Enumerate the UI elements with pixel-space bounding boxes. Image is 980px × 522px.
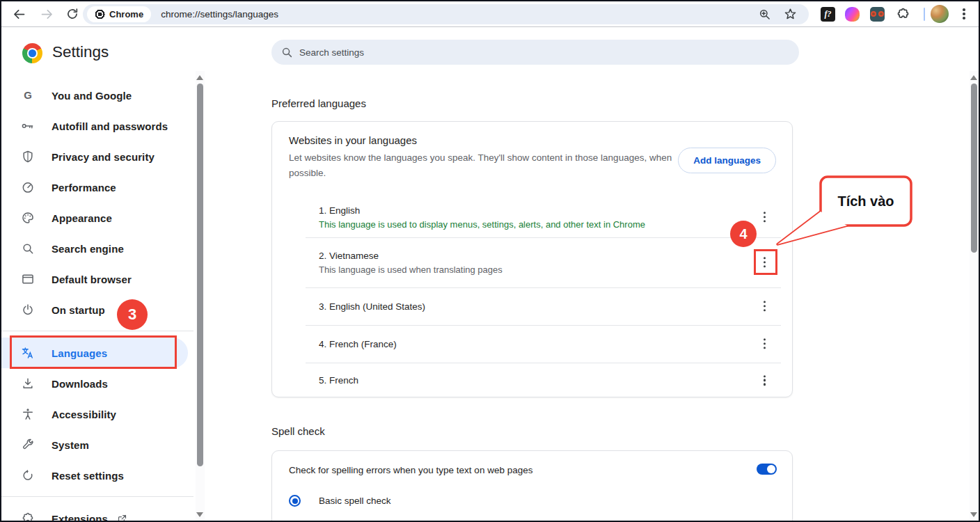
language-menu-button[interactable] — [761, 372, 768, 388]
sidebar-scrollbar-thumb[interactable] — [197, 84, 203, 466]
language-row-french: 5. French — [272, 363, 792, 398]
main-scrollbar-thumb[interactable] — [971, 84, 977, 253]
extension-face-icon[interactable] — [870, 7, 885, 22]
sidebar-item-system[interactable]: System — [1, 429, 195, 460]
settings-search-bar[interactable]: Search settings — [271, 40, 799, 65]
extension-f-icon[interactable]: f? — [821, 7, 835, 22]
sidebar-divider — [1, 331, 193, 331]
sidebar-item-performance[interactable]: Performance — [1, 172, 195, 203]
page-title: Settings — [52, 43, 109, 61]
shield-icon — [21, 150, 35, 164]
profile-avatar[interactable] — [931, 5, 949, 23]
kebab-icon — [963, 8, 965, 19]
radio-label: Basic spell check — [319, 496, 391, 506]
main-scroll-up-arrow[interactable] — [970, 75, 977, 80]
reset-icon — [21, 468, 35, 482]
palette-icon — [21, 211, 35, 225]
radio-selected-icon — [289, 495, 301, 507]
sidebar-item-you-and-google[interactable]: G You and Google — [1, 80, 195, 111]
forward-button[interactable] — [39, 6, 54, 22]
download-icon — [21, 377, 35, 390]
sidebar-scroll-down-arrow[interactable] — [196, 512, 203, 517]
sidebar-item-reset-settings[interactable]: Reset settings — [1, 460, 195, 491]
browser-toolbar: Chrome chrome://settings/languages f? — [1, 1, 979, 27]
sidebar-scroll-up-arrow[interactable] — [196, 75, 203, 80]
omnibox[interactable]: Chrome chrome://settings/languages — [83, 4, 809, 24]
kebab-icon — [764, 301, 766, 311]
puzzle-icon — [896, 7, 910, 22]
language-list: 1. English This language is used to disp… — [272, 197, 792, 398]
extension-brain-icon[interactable] — [845, 7, 860, 22]
browser-window-icon — [21, 272, 35, 286]
external-link-icon — [116, 513, 128, 522]
puzzle-icon — [21, 512, 35, 522]
language-menu-button[interactable] — [761, 335, 768, 351]
spell-check-toggle[interactable] — [757, 464, 777, 475]
language-row-french-france: 4. French (France) — [272, 325, 792, 363]
sidebar-item-search-engine[interactable]: Search engine — [1, 233, 195, 264]
sidebar-item-downloads[interactable]: Downloads — [1, 368, 195, 399]
toolbar-separator — [924, 8, 925, 21]
language-row-english: 1. English This language is used to disp… — [272, 197, 792, 237]
kebab-icon — [764, 212, 766, 222]
kebab-highlight-box — [754, 249, 777, 275]
chrome-site-badge[interactable]: Chrome — [87, 6, 151, 22]
step-3-badge: 3 — [117, 299, 148, 330]
search-placeholder: Search settings — [299, 47, 364, 58]
card-title: Websites in your languages — [289, 134, 417, 146]
search-icon — [21, 242, 35, 255]
card-description: Let websites know the languages you spea… — [289, 150, 675, 181]
browser-menu-button[interactable] — [956, 6, 972, 22]
callout-bubble-text: Tích vào — [821, 177, 911, 226]
sidebar-item-extensions[interactable]: Extensions — [1, 503, 195, 522]
back-button[interactable] — [11, 6, 26, 22]
key-icon — [21, 119, 35, 133]
back-arrow-icon — [12, 7, 26, 22]
chrome-logo-icon — [22, 43, 42, 63]
browser-window: Chrome chrome://settings/languages f? Se… — [0, 0, 980, 522]
preferred-languages-heading: Preferred languages — [271, 97, 366, 109]
extensions-menu-button[interactable] — [896, 7, 910, 22]
kebab-icon — [764, 338, 766, 349]
language-row-english-us: 3. English (United States) — [272, 287, 792, 325]
sidebar-item-privacy[interactable]: Privacy and security — [1, 141, 195, 172]
main-scroll-down-arrow[interactable] — [970, 512, 977, 517]
bookmark-star-icon[interactable] — [783, 7, 798, 22]
step-4-badge: 4 — [730, 221, 757, 247]
accessibility-icon — [21, 407, 35, 421]
sidebar-item-appearance[interactable]: Appearance — [1, 203, 195, 233]
settings-sidebar: G You and Google Autofill and passwords … — [1, 80, 195, 522]
chrome-mono-logo-icon — [95, 9, 105, 19]
wrench-icon — [21, 438, 35, 452]
search-icon — [280, 46, 293, 58]
zoom-in-icon[interactable] — [758, 8, 772, 22]
reload-icon — [65, 7, 79, 21]
languages-card: Websites in your languages Let websites … — [271, 121, 793, 397]
sidebar-item-accessibility[interactable]: Accessibility — [1, 399, 195, 429]
forward-arrow-icon — [40, 7, 54, 22]
speedometer-icon — [21, 180, 35, 194]
language-menu-button[interactable] — [761, 298, 768, 314]
sidebar-divider — [1, 496, 193, 497]
google-g-icon: G — [21, 88, 35, 102]
power-icon — [21, 303, 35, 317]
sidebar-item-on-startup[interactable]: On startup — [1, 294, 195, 325]
basic-spell-check-option[interactable]: Basic spell check — [289, 495, 391, 507]
kebab-icon — [764, 375, 766, 386]
sidebar-item-autofill[interactable]: Autofill and passwords — [1, 111, 195, 141]
spell-check-card: Check for spelling errors when you type … — [271, 450, 793, 522]
language-row-vietnamese: 2. Vietnamese This language is used when… — [272, 237, 792, 287]
spell-check-toggle-label: Check for spelling errors when you type … — [289, 465, 532, 475]
reload-button[interactable] — [65, 6, 80, 22]
url-text[interactable]: chrome://settings/languages — [161, 9, 278, 19]
add-languages-button[interactable]: Add languages — [678, 148, 776, 173]
languages-highlight-box — [10, 335, 177, 369]
svg-text:G: G — [24, 89, 32, 101]
sidebar-item-default-browser[interactable]: Default browser — [1, 264, 195, 294]
spell-check-heading: Spell check — [271, 425, 325, 437]
chrome-badge-label: Chrome — [109, 9, 143, 19]
